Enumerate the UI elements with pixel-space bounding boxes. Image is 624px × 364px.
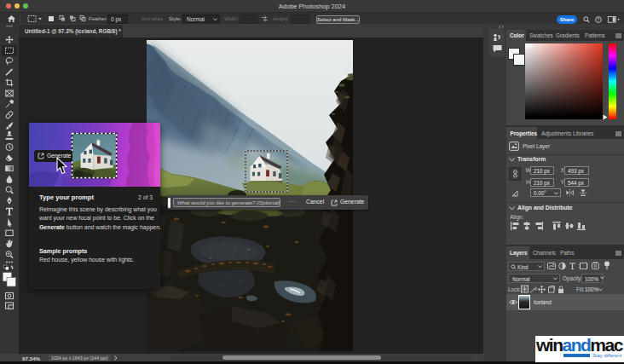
svg-text:?: ? <box>598 17 600 21</box>
